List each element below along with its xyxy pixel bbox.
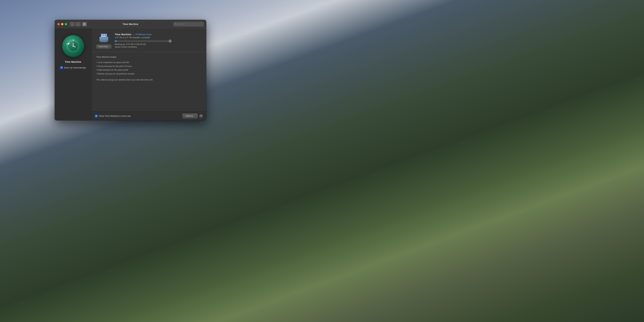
- disk-info: Time Machine — Fireflower.local 1.07 TB …: [115, 32, 202, 48]
- minimize-button[interactable]: [61, 23, 64, 25]
- window-title: Time Machine: [122, 23, 138, 26]
- help-button[interactable]: ?: [199, 114, 203, 118]
- cancel-icon: ✕: [170, 40, 171, 42]
- grid-view-button[interactable]: [82, 22, 87, 26]
- back-button[interactable]: ‹: [70, 22, 75, 26]
- backup-time: About 2 hours remaining: [115, 46, 202, 48]
- clock-svg: [66, 40, 80, 53]
- list-item: • Hourly backups for the past 24 hours: [96, 64, 202, 68]
- close-button[interactable]: [57, 23, 60, 25]
- disk-name: Time Machine: [115, 33, 131, 36]
- svg-rect-12: [101, 34, 107, 38]
- time-machine-icon: [62, 35, 84, 57]
- bottom-right: Options... ?: [182, 114, 203, 118]
- left-panel: Time Machine ✓ Back Up Automatically: [55, 28, 92, 120]
- select-disk-button[interactable]: Select Disk...: [96, 44, 111, 49]
- svg-point-11: [106, 40, 107, 41]
- menu-bar-checkbox[interactable]: ✓: [95, 115, 98, 118]
- main-content: Time Machine ✓ Back Up Automatically: [55, 28, 206, 120]
- info-title: Time Machine keeps:: [96, 56, 202, 58]
- disk-name-row: Time Machine — Fireflower.local: [115, 33, 202, 36]
- nav-buttons: ‹ ›: [70, 22, 87, 26]
- progress-bar-container: ✕: [115, 40, 168, 42]
- checkmark-icon: ✓: [61, 67, 62, 68]
- svg-point-6: [72, 46, 74, 46]
- info-list: • Local snapshots as space permits • Hou…: [96, 60, 202, 76]
- forward-button[interactable]: ›: [76, 22, 80, 26]
- right-panel: Select Disk... Time Machine — Fireflower…: [92, 28, 206, 120]
- disk-hostname: Fireflower.local: [136, 33, 151, 36]
- disk-separator: —: [132, 33, 135, 36]
- backup-section: Select Disk... Time Machine — Fireflower…: [92, 28, 206, 52]
- time-machine-icon-container: [62, 35, 84, 57]
- bottom-left: ✓ Show Time Machine in menu bar: [95, 115, 131, 118]
- info-section: Time Machine keeps: • Local snapshots as…: [92, 52, 206, 111]
- traffic-lights: [57, 23, 67, 25]
- progress-cancel-button[interactable]: ✕: [168, 40, 172, 43]
- info-note: The oldest backups are deleted when your…: [96, 78, 202, 82]
- network-drive-icon: [98, 32, 109, 43]
- back-icon: ‹: [72, 23, 72, 26]
- grid-icon: [83, 23, 86, 26]
- options-button[interactable]: Options...: [182, 114, 198, 118]
- title-bar: ‹ › Time Machine: [55, 20, 206, 28]
- disk-capacity: 1.07 TB of 1.07 TB available, encrypted: [115, 36, 202, 39]
- backup-auto-row: ✓ Back Up Automatically: [60, 66, 86, 69]
- menu-bar-label: Show Time Machine in menu bar: [99, 115, 131, 117]
- list-item: • Local snapshots as space permits: [96, 60, 202, 64]
- search-icon: [175, 23, 177, 25]
- progress-bar: [115, 40, 117, 42]
- svg-rect-10: [100, 40, 102, 41]
- svg-line-1: [176, 24, 177, 25]
- backup-auto-label: Back Up Automatically: [64, 66, 86, 69]
- forward-icon: ›: [78, 23, 78, 26]
- list-item: • Daily backups for the past month: [96, 68, 202, 72]
- svg-rect-18: [101, 42, 107, 42]
- svg-point-15: [106, 34, 107, 36]
- left-panel-title: Time Machine: [65, 60, 81, 63]
- bottom-bar: ✓ Show Time Machine in menu bar Options.…: [92, 111, 206, 120]
- checkmark-icon: ✓: [96, 115, 97, 117]
- time-machine-window: ‹ › Time Machine: [55, 20, 206, 120]
- search-input[interactable]: [178, 23, 202, 25]
- backup-status: Backing up: 4.57 GB of 106.59 GB: [115, 43, 202, 46]
- disk-icon-area: Select Disk...: [96, 32, 111, 49]
- search-bar[interactable]: [174, 22, 204, 26]
- list-item: • Weekly backups for all previous months: [96, 72, 202, 76]
- svg-point-13: [102, 34, 103, 36]
- maximize-button[interactable]: [65, 23, 67, 25]
- backup-auto-checkbox[interactable]: ✓: [60, 66, 63, 69]
- svg-point-14: [104, 34, 105, 36]
